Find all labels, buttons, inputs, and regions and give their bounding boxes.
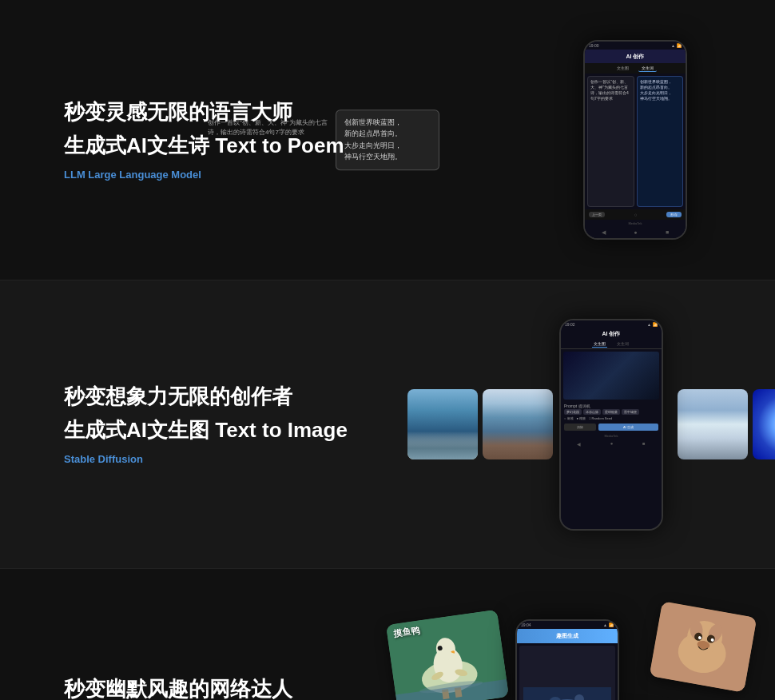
- poem-phone-footer: 上一页 ○ 形/存: [585, 209, 686, 220]
- meme-canvas: [519, 646, 615, 701]
- image-nav: ◀ ● ■: [561, 439, 662, 448]
- image-title1: 秒变想象力无限的创作者: [64, 384, 399, 411]
- meme-text-block: 秒变幽默风趣的网络达人 生成式AI文生趣图 Text to Meme Stabl…: [64, 676, 399, 700]
- image-clear-btn[interactable]: 清除: [564, 424, 596, 431]
- poem-input-box: 创作一首以"创、新、大、神"为藏头的七言诗，输出的诗需符合4句7字的要求: [587, 76, 634, 207]
- poem-status-bar: 19:00 ▲📶: [585, 42, 686, 50]
- image-phone-screen: 19:02 ▲📶 AI 创作 文生图 文生词 Prompt 提词机 梦幻花园 冰…: [561, 320, 662, 529]
- image-tag-4[interactable]: 雷中城堡: [622, 409, 639, 415]
- image-tag: Stable Diffusion: [64, 453, 399, 465]
- image-title2: 生成式AI文生图 Text to Image: [64, 417, 399, 444]
- image-tag-3[interactable]: 星球能量: [602, 409, 620, 415]
- poem-phone-tabs: 文生图 文生词: [585, 63, 686, 74]
- image-generate-btn[interactable]: AI 生成: [598, 424, 658, 431]
- poem-nav: ◀ ● ■: [585, 227, 686, 238]
- meme-phone-screen: 19:04 ▲📶 趣图生成 添加文字： 4格: [517, 621, 618, 701]
- svg-rect-11: [523, 687, 611, 701]
- poem-tab2[interactable]: 文生词: [638, 65, 657, 72]
- image-tab1[interactable]: 文生图: [592, 340, 607, 348]
- image-nav-home[interactable]: ●: [610, 441, 614, 447]
- image-canvas: [563, 352, 659, 400]
- meme-status-bar: 19:04 ▲📶: [517, 621, 618, 629]
- meme-phone-area: 摸鱼鸭 19:04: [399, 601, 735, 700]
- image-strip-left: [407, 389, 553, 459]
- meme-card-duck: 摸鱼鸭: [386, 610, 509, 700]
- poem-tab1[interactable]: 文生图: [614, 65, 632, 72]
- image-brand: MediaTek: [561, 432, 662, 439]
- meme-phone: 19:04 ▲📶 趣图生成 添加文字： 4格: [515, 619, 619, 701]
- image-phone-tabs: 文生图 文生词: [561, 340, 662, 349]
- poem-floating-prompt: 创作一首以"创、新、大、神"为藏头的七言诗，输出的诗需符合4句7字的要求: [208, 118, 328, 137]
- poem-nav-back[interactable]: ◀: [602, 229, 606, 236]
- poem-phone-area: 创作一首以"创、新、大、神"为藏头的七言诗，输出的诗需符合4句7字的要求 创新世…: [399, 32, 735, 248]
- poem-phone-body: 创作一首以"创、新、大、神"为藏头的七言诗，输出的诗需符合4句7字的要求 创新世…: [585, 74, 686, 209]
- image-tags: 梦幻花园 冰冻山脉 星球能量 雷中城堡: [561, 409, 662, 415]
- image-status-bar: 19:02 ▲📶: [561, 320, 662, 328]
- image-tag-1[interactable]: 梦幻花园: [564, 409, 582, 415]
- poem-prev-btn[interactable]: 上一页: [589, 212, 605, 217]
- poem-tag: LLM Large Language Model: [64, 169, 399, 181]
- image-card-1: [407, 389, 478, 459]
- poem-phone-screen: 19:00 ▲📶 AI 创作 文生图 文生词 创作一首以"创、新、大、神"为藏头…: [585, 42, 686, 238]
- poem-nav-square[interactable]: ■: [666, 229, 669, 236]
- poem-floating-output: 创新世界映蓝图， 新的起点昂首向。 大步走向光明日， 神马行空天地翔。: [336, 109, 439, 170]
- image-card-3: [678, 389, 748, 459]
- section-poem: 秒变灵感无限的语言大师 生成式AI文生诗 Text to Poem LLM La…: [0, 0, 775, 280]
- meme-phone-header: 趣图生成: [517, 629, 618, 643]
- image-prompt-label: Prompt 提词机: [561, 402, 662, 409]
- image-card-2: [483, 389, 553, 459]
- poem-brand: MediaTek: [585, 220, 686, 227]
- poem-phone: 19:00 ▲📶 AI 创作 文生图 文生词 创作一首以"创、新、大、神"为藏头…: [583, 40, 687, 240]
- meme-card-dog: [650, 601, 757, 692]
- poem-nav-home[interactable]: ●: [634, 229, 637, 236]
- image-nav-back[interactable]: ◀: [577, 441, 581, 447]
- image-text-block: 秒变想象力无限的创作者 生成式AI文生图 Text to Image Stabl…: [64, 384, 399, 466]
- image-tag-2[interactable]: 冰冻山脉: [583, 409, 601, 415]
- image-phone: 19:02 ▲📶 AI 创作 文生图 文生词 Prompt 提词机 梦幻花园 冰…: [559, 319, 663, 531]
- section-meme: 秒变幽默风趣的网络达人 生成式AI文生趣图 Text to Meme Stabl…: [0, 569, 775, 700]
- poem-save-btn[interactable]: 形/存: [666, 212, 682, 217]
- section-image: 秒变想象力无限的创作者 生成式AI文生图 Text to Image Stabl…: [0, 280, 775, 569]
- image-tab2[interactable]: 文生词: [615, 340, 630, 348]
- image-actions: 清除 AI 生成: [561, 422, 662, 432]
- image-nav-square[interactable]: ■: [642, 441, 646, 447]
- image-card-4: [753, 389, 775, 459]
- image-phone-title: AI 创作: [561, 328, 662, 340]
- image-phone-area: 19:02 ▲📶 AI 创作 文生图 文生词 Prompt 提词机 梦幻花园 冰…: [399, 312, 775, 536]
- image-options: ○ 标准 ● 精致 □ Random Seed: [561, 415, 662, 422]
- image-strip-right: [678, 389, 775, 459]
- meme-title1: 秒变幽默风趣的网络达人: [64, 676, 399, 700]
- poem-output-box: 创新世界映蓝图，新的起点昂首向。大步走向光明日，神马行空天地翔。: [637, 76, 684, 207]
- poem-phone-header: AI 创作: [585, 50, 686, 63]
